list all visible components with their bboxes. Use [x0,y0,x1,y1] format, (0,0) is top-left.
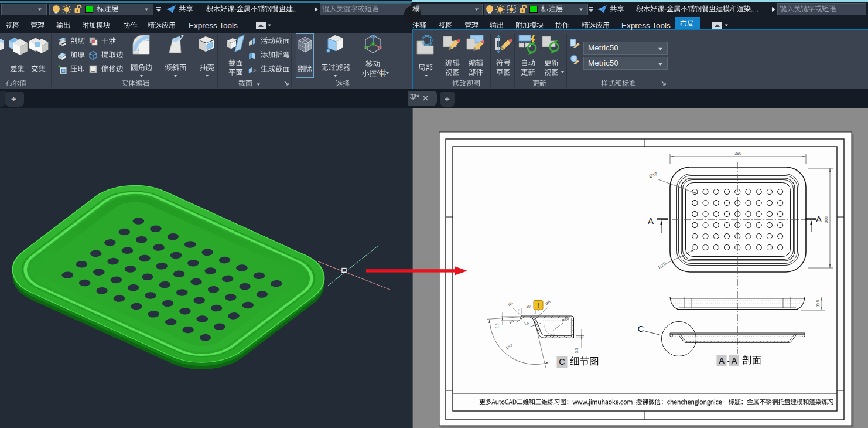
svg-text:A: A [719,356,725,365]
svg-text:33.5: 33.5 [816,300,820,307]
svg-text:C: C [638,324,644,334]
svg-text:300: 300 [824,216,828,223]
svg-text:C: C [559,357,565,366]
svg-text:390: 390 [734,151,741,155]
svg-text:3.5: 3.5 [495,323,499,328]
svg-text:-: - [727,356,730,365]
svg-text:3.5: 3.5 [575,348,579,353]
svg-text:A: A [732,356,737,365]
svg-text:A: A [648,216,654,226]
svg-text:20: 20 [526,304,531,308]
svg-text:!: ! [537,301,539,310]
svg-text:A: A [816,214,822,224]
